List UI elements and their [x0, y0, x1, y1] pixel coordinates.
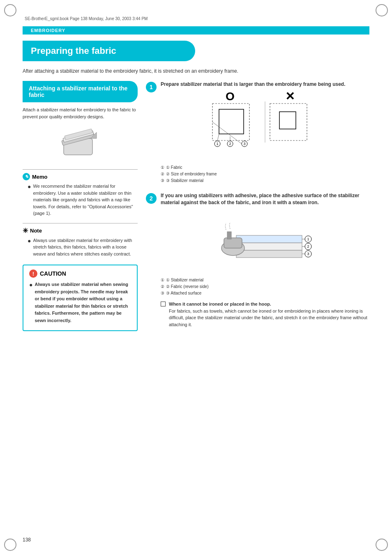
stabilizer-image	[23, 126, 138, 163]
memo-title: ✎ Memo	[23, 173, 138, 180]
page: SE-BrotherE_sgml.book Page 138 Monday, J…	[0, 0, 392, 555]
page-title: Preparing the fabric	[23, 41, 195, 61]
svg-text:1: 1	[307, 237, 309, 241]
step-2-diagram: 1 2 3	[161, 209, 369, 275]
caution-title: ! CAUTION	[29, 269, 131, 278]
file-info: SE-BrotherE_sgml.book Page 138 Monday, J…	[0, 0, 392, 23]
note-text: ● Always use stabilizer material for emb…	[23, 237, 138, 258]
caution-box: ! CAUTION ● Always use stabilizer materi…	[23, 265, 138, 331]
step-2-title: If you are using stabilizers with adhesi…	[161, 192, 369, 206]
section-bar: EMBROIDERY	[23, 26, 369, 35]
left-column: Attaching a stabilizer material to the f…	[23, 81, 138, 336]
svg-rect-26	[227, 232, 231, 239]
svg-text:✕: ✕	[285, 91, 295, 103]
memo-text: ● We recommend the stabilizer material f…	[23, 183, 138, 217]
memo-box: ✎ Memo ● We recommend the stabilizer mat…	[23, 169, 138, 217]
note-box: ✳ Note ● Always use stabilizer material …	[23, 223, 138, 258]
corner-mark-bl	[4, 534, 21, 551]
svg-rect-19	[279, 112, 296, 129]
step-1-content: Prepare stabilizer material that is larg…	[161, 81, 369, 184]
left-heading: Attaching a stabilizer material to the f…	[23, 81, 138, 102]
checkbox-text: When it cannot be ironed or placed in th…	[169, 301, 369, 328]
right-column: 1 Prepare stabilizer material that is la…	[146, 81, 369, 336]
step-2-content: If you are using stabilizers with adhesi…	[161, 192, 369, 328]
caution-icon: !	[29, 269, 37, 278]
left-body: Attach a stabilizer material for embroid…	[23, 106, 138, 120]
step-2-number: 2	[146, 193, 157, 204]
step-1-labels: ① ① Fabric ② ② Size of embroidery frame …	[161, 164, 369, 184]
svg-text:O: O	[226, 91, 235, 103]
svg-text:3: 3	[243, 142, 245, 146]
corner-mark-br	[371, 534, 388, 551]
svg-rect-18	[270, 104, 307, 140]
svg-rect-25	[224, 238, 242, 248]
step-2: 2 If you are using stabilizers with adhe…	[146, 192, 369, 328]
svg-rect-23	[236, 235, 302, 243]
svg-rect-8	[219, 109, 244, 134]
step-1-number: 1	[146, 82, 157, 92]
page-number: 138	[23, 537, 31, 543]
svg-text:2: 2	[307, 244, 309, 249]
step-2-labels: ① ① Stabilizer material ② ② Fabric (reve…	[161, 277, 369, 297]
subtitle-text: After attaching a stabilizer material to…	[23, 67, 369, 75]
checkbox-square	[161, 302, 166, 306]
note-icon: ✳	[23, 227, 28, 235]
corner-mark-tl	[4, 4, 21, 21]
svg-text:3: 3	[307, 252, 309, 256]
step-1: 1 Prepare stabilizer material that is la…	[146, 81, 369, 184]
checkbox-note: When it cannot be ironed or placed in th…	[161, 301, 369, 328]
note-title: ✳ Note	[23, 227, 138, 235]
svg-rect-21	[236, 250, 302, 258]
caution-text: ● Always use stabilizer material when se…	[29, 281, 131, 325]
svg-line-15	[217, 134, 219, 141]
svg-text:1: 1	[216, 142, 218, 146]
step-1-title: Prepare stabilizer material that is larg…	[161, 81, 369, 88]
step-1-diagram: O ✕ 1	[161, 91, 369, 161]
memo-icon: ✎	[23, 173, 30, 180]
corner-mark-tr	[371, 4, 388, 21]
svg-rect-22	[236, 243, 302, 250]
svg-text:2: 2	[229, 142, 231, 146]
